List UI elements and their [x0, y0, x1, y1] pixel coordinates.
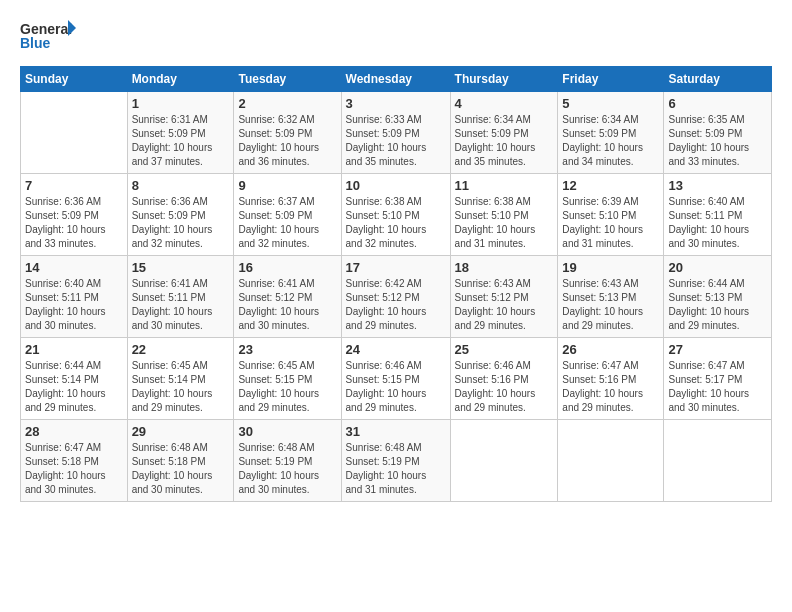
day-number: 6	[668, 96, 767, 111]
day-info: Sunrise: 6:43 AMSunset: 5:13 PMDaylight:…	[562, 277, 659, 333]
day-number: 24	[346, 342, 446, 357]
day-info: Sunrise: 6:44 AMSunset: 5:14 PMDaylight:…	[25, 359, 123, 415]
day-cell	[664, 420, 772, 502]
day-number: 25	[455, 342, 554, 357]
day-info: Sunrise: 6:42 AMSunset: 5:12 PMDaylight:…	[346, 277, 446, 333]
day-number: 13	[668, 178, 767, 193]
day-cell: 18Sunrise: 6:43 AMSunset: 5:12 PMDayligh…	[450, 256, 558, 338]
page-container: GeneralBlue SundayMondayTuesdayWednesday…	[0, 0, 792, 512]
day-info: Sunrise: 6:43 AMSunset: 5:12 PMDaylight:…	[455, 277, 554, 333]
day-number: 19	[562, 260, 659, 275]
day-info: Sunrise: 6:38 AMSunset: 5:10 PMDaylight:…	[346, 195, 446, 251]
day-info: Sunrise: 6:32 AMSunset: 5:09 PMDaylight:…	[238, 113, 336, 169]
day-cell: 29Sunrise: 6:48 AMSunset: 5:18 PMDayligh…	[127, 420, 234, 502]
day-cell: 26Sunrise: 6:47 AMSunset: 5:16 PMDayligh…	[558, 338, 664, 420]
header-cell-wednesday: Wednesday	[341, 67, 450, 92]
day-info: Sunrise: 6:34 AMSunset: 5:09 PMDaylight:…	[562, 113, 659, 169]
day-cell: 11Sunrise: 6:38 AMSunset: 5:10 PMDayligh…	[450, 174, 558, 256]
day-cell: 28Sunrise: 6:47 AMSunset: 5:18 PMDayligh…	[21, 420, 128, 502]
header-cell-thursday: Thursday	[450, 67, 558, 92]
day-number: 4	[455, 96, 554, 111]
day-number: 2	[238, 96, 336, 111]
day-info: Sunrise: 6:44 AMSunset: 5:13 PMDaylight:…	[668, 277, 767, 333]
day-cell: 27Sunrise: 6:47 AMSunset: 5:17 PMDayligh…	[664, 338, 772, 420]
day-info: Sunrise: 6:40 AMSunset: 5:11 PMDaylight:…	[25, 277, 123, 333]
day-info: Sunrise: 6:46 AMSunset: 5:15 PMDaylight:…	[346, 359, 446, 415]
day-info: Sunrise: 6:47 AMSunset: 5:17 PMDaylight:…	[668, 359, 767, 415]
day-number: 30	[238, 424, 336, 439]
day-cell: 6Sunrise: 6:35 AMSunset: 5:09 PMDaylight…	[664, 92, 772, 174]
day-info: Sunrise: 6:38 AMSunset: 5:10 PMDaylight:…	[455, 195, 554, 251]
day-info: Sunrise: 6:40 AMSunset: 5:11 PMDaylight:…	[668, 195, 767, 251]
day-number: 7	[25, 178, 123, 193]
header-cell-monday: Monday	[127, 67, 234, 92]
day-number: 31	[346, 424, 446, 439]
day-cell: 14Sunrise: 6:40 AMSunset: 5:11 PMDayligh…	[21, 256, 128, 338]
day-cell: 19Sunrise: 6:43 AMSunset: 5:13 PMDayligh…	[558, 256, 664, 338]
day-info: Sunrise: 6:48 AMSunset: 5:19 PMDaylight:…	[238, 441, 336, 497]
day-cell	[558, 420, 664, 502]
logo: GeneralBlue	[20, 18, 80, 54]
calendar-table: SundayMondayTuesdayWednesdayThursdayFrid…	[20, 66, 772, 502]
day-number: 3	[346, 96, 446, 111]
day-cell: 23Sunrise: 6:45 AMSunset: 5:15 PMDayligh…	[234, 338, 341, 420]
day-number: 9	[238, 178, 336, 193]
day-number: 18	[455, 260, 554, 275]
day-number: 23	[238, 342, 336, 357]
day-cell: 25Sunrise: 6:46 AMSunset: 5:16 PMDayligh…	[450, 338, 558, 420]
day-cell: 3Sunrise: 6:33 AMSunset: 5:09 PMDaylight…	[341, 92, 450, 174]
day-info: Sunrise: 6:41 AMSunset: 5:11 PMDaylight:…	[132, 277, 230, 333]
day-info: Sunrise: 6:45 AMSunset: 5:15 PMDaylight:…	[238, 359, 336, 415]
day-cell: 22Sunrise: 6:45 AMSunset: 5:14 PMDayligh…	[127, 338, 234, 420]
day-number: 17	[346, 260, 446, 275]
day-cell: 4Sunrise: 6:34 AMSunset: 5:09 PMDaylight…	[450, 92, 558, 174]
day-cell: 16Sunrise: 6:41 AMSunset: 5:12 PMDayligh…	[234, 256, 341, 338]
header-cell-sunday: Sunday	[21, 67, 128, 92]
day-cell: 17Sunrise: 6:42 AMSunset: 5:12 PMDayligh…	[341, 256, 450, 338]
day-info: Sunrise: 6:48 AMSunset: 5:19 PMDaylight:…	[346, 441, 446, 497]
day-info: Sunrise: 6:35 AMSunset: 5:09 PMDaylight:…	[668, 113, 767, 169]
day-cell: 31Sunrise: 6:48 AMSunset: 5:19 PMDayligh…	[341, 420, 450, 502]
logo-svg: GeneralBlue	[20, 18, 80, 54]
week-row-3: 14Sunrise: 6:40 AMSunset: 5:11 PMDayligh…	[21, 256, 772, 338]
day-number: 1	[132, 96, 230, 111]
week-row-2: 7Sunrise: 6:36 AMSunset: 5:09 PMDaylight…	[21, 174, 772, 256]
day-cell: 5Sunrise: 6:34 AMSunset: 5:09 PMDaylight…	[558, 92, 664, 174]
day-info: Sunrise: 6:33 AMSunset: 5:09 PMDaylight:…	[346, 113, 446, 169]
day-number: 28	[25, 424, 123, 439]
day-info: Sunrise: 6:39 AMSunset: 5:10 PMDaylight:…	[562, 195, 659, 251]
week-row-4: 21Sunrise: 6:44 AMSunset: 5:14 PMDayligh…	[21, 338, 772, 420]
day-number: 8	[132, 178, 230, 193]
day-cell: 12Sunrise: 6:39 AMSunset: 5:10 PMDayligh…	[558, 174, 664, 256]
day-cell: 21Sunrise: 6:44 AMSunset: 5:14 PMDayligh…	[21, 338, 128, 420]
week-row-1: 1Sunrise: 6:31 AMSunset: 5:09 PMDaylight…	[21, 92, 772, 174]
day-number: 5	[562, 96, 659, 111]
day-info: Sunrise: 6:48 AMSunset: 5:18 PMDaylight:…	[132, 441, 230, 497]
day-number: 14	[25, 260, 123, 275]
day-info: Sunrise: 6:34 AMSunset: 5:09 PMDaylight:…	[455, 113, 554, 169]
day-cell: 1Sunrise: 6:31 AMSunset: 5:09 PMDaylight…	[127, 92, 234, 174]
day-number: 12	[562, 178, 659, 193]
day-cell	[21, 92, 128, 174]
day-info: Sunrise: 6:47 AMSunset: 5:16 PMDaylight:…	[562, 359, 659, 415]
day-cell: 30Sunrise: 6:48 AMSunset: 5:19 PMDayligh…	[234, 420, 341, 502]
day-cell: 8Sunrise: 6:36 AMSunset: 5:09 PMDaylight…	[127, 174, 234, 256]
day-info: Sunrise: 6:36 AMSunset: 5:09 PMDaylight:…	[132, 195, 230, 251]
day-cell	[450, 420, 558, 502]
day-number: 10	[346, 178, 446, 193]
day-number: 26	[562, 342, 659, 357]
day-number: 22	[132, 342, 230, 357]
header-cell-friday: Friday	[558, 67, 664, 92]
header: GeneralBlue	[20, 18, 772, 54]
day-info: Sunrise: 6:31 AMSunset: 5:09 PMDaylight:…	[132, 113, 230, 169]
day-cell: 10Sunrise: 6:38 AMSunset: 5:10 PMDayligh…	[341, 174, 450, 256]
day-number: 15	[132, 260, 230, 275]
day-number: 11	[455, 178, 554, 193]
day-info: Sunrise: 6:37 AMSunset: 5:09 PMDaylight:…	[238, 195, 336, 251]
header-cell-saturday: Saturday	[664, 67, 772, 92]
day-cell: 7Sunrise: 6:36 AMSunset: 5:09 PMDaylight…	[21, 174, 128, 256]
day-info: Sunrise: 6:47 AMSunset: 5:18 PMDaylight:…	[25, 441, 123, 497]
day-cell: 2Sunrise: 6:32 AMSunset: 5:09 PMDaylight…	[234, 92, 341, 174]
day-info: Sunrise: 6:45 AMSunset: 5:14 PMDaylight:…	[132, 359, 230, 415]
day-cell: 20Sunrise: 6:44 AMSunset: 5:13 PMDayligh…	[664, 256, 772, 338]
